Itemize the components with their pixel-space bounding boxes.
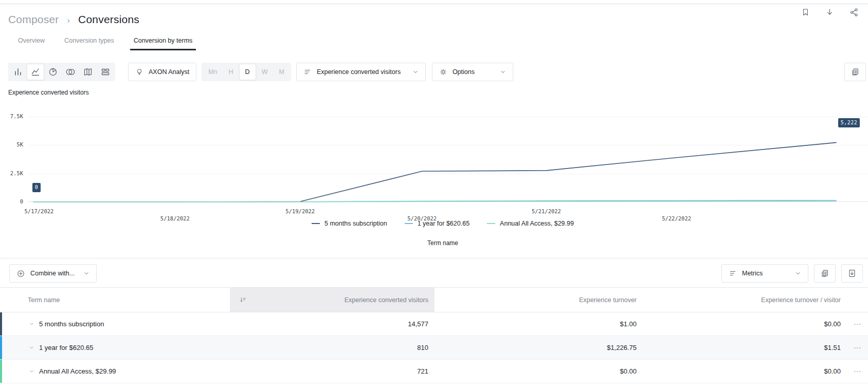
converted-visitors-value: 14,577 xyxy=(230,320,435,328)
y-axis-tick: 0 xyxy=(0,198,23,205)
turnover-value: $1,226.75 xyxy=(435,344,643,351)
download-button[interactable] xyxy=(824,6,835,18)
granularity-switcher: Mn H D W M xyxy=(202,63,291,81)
map-icon xyxy=(83,67,93,77)
turnover-per-visitor-value: $0.00 xyxy=(643,320,847,328)
layout-button[interactable] xyxy=(97,64,114,80)
last-point-value-badge: 5,222 xyxy=(838,118,860,127)
granularity-month[interactable]: M xyxy=(273,64,290,80)
table-row[interactable]: Annual All Access, $29.99 721 $0.00 $0.0… xyxy=(0,360,868,383)
expand-row-icon[interactable] xyxy=(29,345,34,350)
converted-visitors-value: 810 xyxy=(230,344,435,351)
list-icon xyxy=(303,68,312,76)
term-name: Annual All Access, $29.99 xyxy=(39,367,116,375)
header-actions xyxy=(800,6,860,18)
tab-bar: Overview Conversion types Conversion by … xyxy=(0,37,868,50)
series-color-stripe xyxy=(0,312,2,336)
pie-chart-button[interactable] xyxy=(44,64,62,80)
map-button[interactable] xyxy=(79,64,97,80)
options-dropdown[interactable]: Options xyxy=(432,63,513,81)
column-header-turnover[interactable]: Experience turnover xyxy=(435,296,643,304)
table-row[interactable]: 1 year for $620.65 810 $1,226.75 $1.51 ⋯ xyxy=(0,336,868,360)
sort-descending-icon[interactable] xyxy=(239,296,247,304)
metric-selector-dropdown[interactable]: Experience converted visitors xyxy=(296,63,426,81)
expand-row-icon[interactable] xyxy=(29,368,34,374)
metrics-label: Metrics xyxy=(742,270,763,277)
line-chart-button[interactable] xyxy=(27,64,44,80)
pie-chart-icon xyxy=(48,67,58,77)
metric-selector-label: Experience converted visitors xyxy=(317,68,401,76)
y-axis-tick: 7.5K xyxy=(0,113,23,119)
chart-toolbar: AXON Analyst Mn H D W M Experience conve… xyxy=(8,63,868,81)
window-top-edge xyxy=(0,0,868,4)
options-label: Options xyxy=(453,68,475,76)
tab-conversion-by-terms[interactable]: Conversion by terms xyxy=(130,37,196,50)
venn-diagram-button[interactable] xyxy=(62,64,79,80)
column-header-term-name[interactable]: Term name xyxy=(0,296,230,304)
column-header-label: Experience converted visitors xyxy=(345,296,428,304)
legend-dash xyxy=(312,223,320,224)
gear-icon xyxy=(439,68,447,76)
export-table-button[interactable] xyxy=(841,264,863,283)
list-icon xyxy=(729,269,737,277)
tab-overview[interactable]: Overview xyxy=(14,37,48,50)
granularity-day[interactable]: D xyxy=(239,64,256,80)
legend-dash xyxy=(487,223,495,224)
turnover-value: $0.00 xyxy=(435,367,643,375)
line-chart-icon xyxy=(30,67,41,77)
chart-type-switcher xyxy=(8,63,115,81)
series-color-stripe xyxy=(0,336,2,359)
legend-title: Term name xyxy=(28,239,857,247)
axon-analyst-button[interactable]: AXON Analyst xyxy=(128,63,196,81)
download-icon xyxy=(825,7,834,17)
breadcrumb-parent[interactable]: Composer xyxy=(8,13,59,25)
share-button[interactable] xyxy=(848,6,860,18)
report-pages-button[interactable] xyxy=(844,63,866,81)
row-menu-button[interactable]: ⋯ xyxy=(847,367,868,376)
legend-label: 1 year for $620.65 xyxy=(418,220,469,227)
venn-diagram-icon xyxy=(65,67,76,77)
granularity-hour[interactable]: H xyxy=(223,64,239,80)
chevron-down-icon xyxy=(500,69,506,75)
term-name: 1 year for $620.65 xyxy=(39,344,94,351)
column-header-turnover-per-visitor[interactable]: Experience turnover / visitor xyxy=(643,296,847,304)
row-menu-button[interactable]: ⋯ xyxy=(847,320,868,329)
first-point-value-badge: 0 xyxy=(32,183,41,192)
bar-chart-icon xyxy=(13,67,23,77)
legend-label: Annual All Access, $29.99 xyxy=(500,220,574,227)
granularity-week[interactable]: W xyxy=(256,64,274,80)
breadcrumb-separator: › xyxy=(67,16,70,25)
page-header: Composer › Conversions xyxy=(0,4,868,26)
converted-visitors-value: 721 xyxy=(230,367,435,375)
x-axis-label: 5/19/2022 xyxy=(285,208,315,214)
plus-circle-icon xyxy=(16,269,25,278)
chart-area: 7.5K 5K 2.5K 0 5/17/20225/18/20225/19/20… xyxy=(0,103,868,255)
bar-chart-button[interactable] xyxy=(9,64,27,80)
combine-with-label: Combine with... xyxy=(30,270,75,277)
breadcrumb: Composer › Conversions xyxy=(8,13,860,26)
bookmark-button[interactable] xyxy=(800,6,811,18)
pages-icon xyxy=(820,269,829,278)
row-menu-button[interactable]: ⋯ xyxy=(847,343,868,352)
table-row[interactable]: 5 months subscription 14,577 $1.00 $0.00… xyxy=(0,312,868,336)
page-title: Conversions xyxy=(78,13,139,25)
turnover-per-visitor-value: $1.51 xyxy=(643,344,847,351)
table-header-row: Term name Experience converted visitors … xyxy=(0,288,868,312)
legend-item[interactable]: Annual All Access, $29.99 xyxy=(487,220,574,227)
chart-series-lines xyxy=(28,117,857,202)
series-color-stripe xyxy=(0,360,2,383)
turnover-per-visitor-value: $0.00 xyxy=(643,367,847,375)
layout-icon xyxy=(100,67,111,77)
granularity-minute[interactable]: Mn xyxy=(203,64,223,80)
tab-conversion-types[interactable]: Conversion types xyxy=(61,37,118,50)
legend-item[interactable]: 5 months subscription xyxy=(312,220,387,227)
chevron-down-icon xyxy=(83,270,89,276)
chart-title: Experience converted visitors xyxy=(8,89,868,96)
expand-row-icon[interactable] xyxy=(29,321,34,327)
legend-item[interactable]: 1 year for $620.65 xyxy=(405,220,469,227)
column-header-converted-visitors[interactable]: Experience converted visitors xyxy=(230,288,435,312)
combine-with-dropdown[interactable]: Combine with... xyxy=(9,264,97,283)
copy-table-button[interactable] xyxy=(814,264,836,283)
axon-analyst-label: AXON Analyst xyxy=(149,68,189,76)
metrics-dropdown[interactable]: Metrics xyxy=(721,264,808,283)
